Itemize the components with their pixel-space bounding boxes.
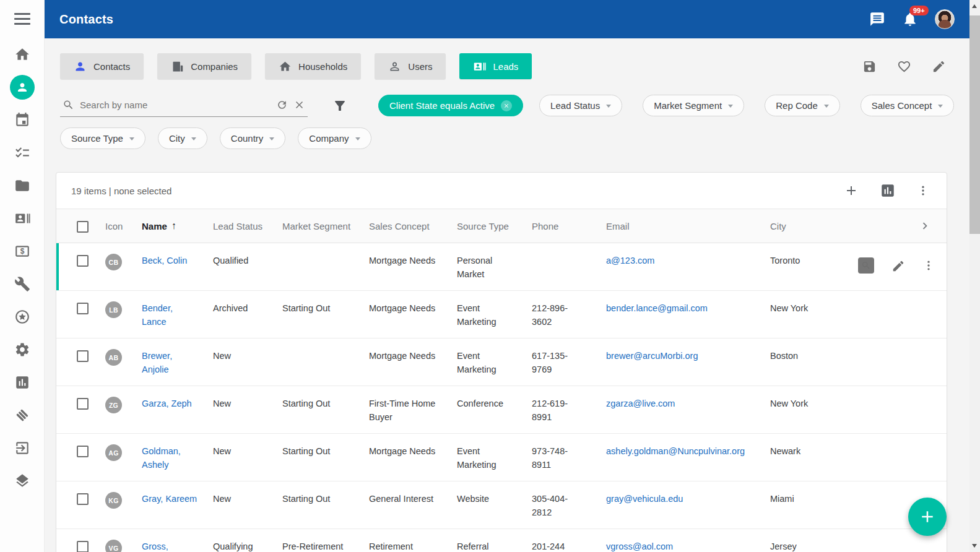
source-type-cell: Event Marketing [457,434,532,481]
email-link[interactable]: a@123.com [606,254,654,267]
column-header-sales-concept[interactable]: Sales Concept [369,221,457,231]
column-header-phone[interactable]: Phone [532,221,606,231]
applied-filter-chip[interactable]: Client State equals Active [378,95,523,116]
filter-funnel-icon[interactable] [332,98,347,113]
sidebar-item-tools[interactable] [14,276,30,292]
table-row[interactable]: AB Brewer, Anjolie New Mortgage Needs Ev… [56,339,947,386]
email-link[interactable]: ashely.goldman@Nuncpulvinar.org [606,444,745,458]
phone-cell: 617-135-9769 [532,339,606,386]
sidebar-item-money[interactable]: $ [14,243,30,259]
table-row[interactable]: LB Bender, Lance Archived Starting Out M… [56,291,947,339]
contact-name-link[interactable]: Beck, Colin [142,254,187,267]
column-header-email[interactable]: Email [606,221,770,231]
chevron-down-icon [606,105,611,108]
chip-city[interactable]: City [158,127,207,149]
table-row[interactable]: VG Gross, Qualifying Pre-Retirement Reti… [56,529,947,552]
email-link[interactable]: gray@vehicula.edu [606,492,683,506]
contact-name-link[interactable]: Gray, Kareem [142,492,197,506]
table-row[interactable]: CB Beck, Colin Qualified Mortgage Needs … [56,243,947,291]
tab-contacts[interactable]: Contacts [60,53,144,79]
tab-users[interactable]: Users [375,53,446,79]
email-link[interactable]: bender.lance@gmail.com [606,301,708,315]
scroll-down-arrow[interactable] [972,544,977,548]
select-all-checkbox[interactable] [77,221,89,233]
row-menu-icon[interactable] [922,259,935,272]
contact-name-link[interactable]: Brewer, Anjolie [142,349,199,376]
row-edit-icon[interactable] [891,259,905,273]
sidebar-item-documents[interactable] [14,178,30,194]
source-type-cell: Conference [457,386,532,433]
chat-icon[interactable] [869,11,885,27]
sidebar-item-exit[interactable] [14,440,30,456]
sidebar-item-layers[interactable] [14,473,30,489]
column-header-market-segment[interactable]: Market Segment [282,221,369,231]
row-checkbox[interactable] [77,446,89,457]
add-icon[interactable] [844,183,859,198]
chip-rep-code[interactable]: Rep Code [765,95,840,116]
scroll-up-arrow[interactable] [972,4,977,8]
sidebar-item-favorites[interactable] [14,309,30,325]
lead-status-cell: New [213,434,282,481]
sidebar-item-reports[interactable] [14,374,30,390]
column-header-lead-status[interactable]: Lead Status [213,221,282,231]
row-checkbox[interactable] [77,398,89,410]
sidebar-item-contacts[interactable] [10,75,35,100]
chip-company[interactable]: Company [298,127,371,149]
sidebar-item-partners[interactable] [14,407,30,423]
row-checkbox[interactable] [77,255,89,267]
more-options-icon[interactable] [917,184,929,197]
sidebar-item-home[interactable] [14,46,30,63]
sidebar-item-calendar[interactable] [14,112,30,128]
clear-search-icon[interactable] [293,99,305,111]
column-header-city[interactable]: City [770,221,858,231]
chip-market-segment[interactable]: Market Segment [643,95,744,116]
person-outline-icon [388,60,401,73]
email-link[interactable]: brewer@arcuMorbi.org [606,349,698,363]
user-avatar[interactable] [935,9,955,29]
vertical-scrollbar[interactable] [969,0,980,552]
contact-name-link[interactable]: Gross, [142,540,168,552]
save-icon[interactable] [862,59,877,74]
menu-icon[interactable] [14,13,30,25]
refresh-icon[interactable] [276,99,288,111]
row-checkbox[interactable] [77,303,89,314]
favorite-heart-icon[interactable] [897,59,911,74]
notifications-bell-icon[interactable]: 99+ [902,11,918,27]
row-checkbox[interactable] [77,350,89,362]
column-header-source-type[interactable]: Source Type [457,221,532,231]
remove-filter-icon[interactable] [501,100,512,111]
contact-avatar: LB [105,301,122,318]
contact-name-link[interactable]: Garza, Zeph [142,397,192,410]
tab-households[interactable]: Households [265,53,361,79]
scrollbar-thumb[interactable] [969,15,980,234]
chip-lead-status[interactable]: Lead Status [539,95,622,116]
email-link[interactable]: zgarza@live.com [606,397,675,410]
page-title: Contacts [59,12,113,27]
row-checkbox[interactable] [77,541,89,552]
table-row[interactable]: AG Goldman, Ashely New Starting Out Mort… [56,434,947,481]
scroll-columns-right[interactable] [858,219,947,233]
table-row[interactable]: KG Gray, Kareem New Starting Out General… [56,481,947,529]
sidebar-item-leads[interactable] [14,210,30,226]
email-link[interactable]: vgross@aol.com [606,540,673,552]
chip-sales-concept[interactable]: Sales Concept [861,95,955,116]
tab-leads[interactable]: Leads [459,53,532,79]
chart-view-icon[interactable] [880,183,896,199]
column-header-name[interactable]: Name ↑ [142,220,213,231]
table-row[interactable]: ZG Garza, Zeph New Starting Out First-Ti… [56,386,947,434]
entity-tabs: Contacts Companies Households Users Lead… [60,53,946,79]
search-input[interactable] [80,100,271,110]
row-checkbox[interactable] [77,493,89,505]
chevron-down-icon [938,105,943,108]
column-header-icon[interactable]: Icon [105,221,142,231]
contact-name-link[interactable]: Goldman, Ashely [142,444,199,472]
sidebar-item-settings[interactable] [14,342,30,358]
chip-source-type[interactable]: Source Type [60,127,145,149]
sidebar-item-tasks[interactable] [14,145,30,161]
tab-companies[interactable]: Companies [157,53,251,79]
add-contact-fab[interactable] [908,498,947,536]
chip-country[interactable]: Country [220,127,286,149]
preview-icon[interactable] [858,257,874,274]
contact-name-link[interactable]: Bender, Lance [142,301,199,329]
edit-pencil-icon[interactable] [932,59,946,74]
